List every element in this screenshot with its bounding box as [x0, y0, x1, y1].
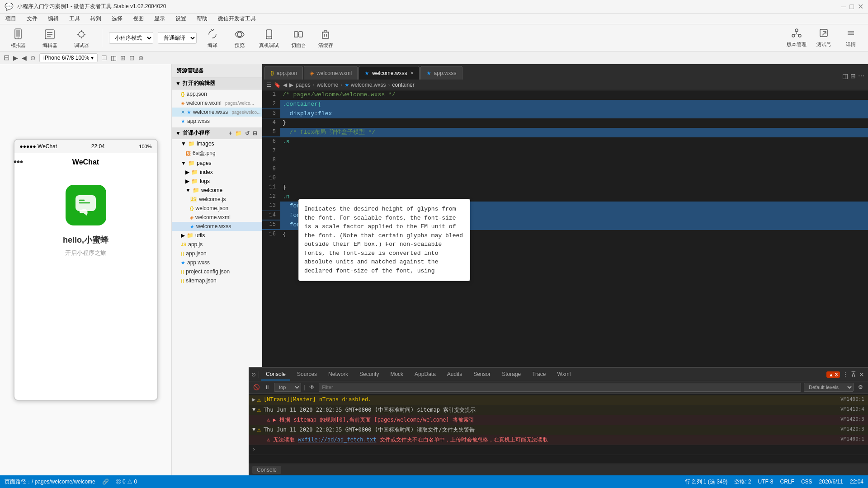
folder-index[interactable]: ▶ 📁 index: [172, 168, 262, 177]
preview-button[interactable]: 预览: [228, 26, 251, 50]
console-file-1[interactable]: VM1400:1: [840, 396, 864, 402]
open-file-appwxss[interactable]: ★ app.wxss: [172, 117, 262, 126]
detail-button[interactable]: 详情: [838, 26, 863, 50]
breadcrumb-bookmark-icon[interactable]: 🔖: [274, 82, 281, 88]
collapse-tree-icon[interactable]: ⊟: [252, 130, 258, 136]
console-pause-icon[interactable]: ⏸: [263, 383, 271, 391]
tab-welcomewxml[interactable]: ◈ welcome.wxml: [304, 66, 358, 80]
tab-security[interactable]: Security: [355, 369, 383, 380]
status-line-col[interactable]: 行 2,列 1 (选 349): [685, 478, 727, 486]
breadcrumb-welcome[interactable]: welcome: [317, 82, 338, 88]
folder-logs[interactable]: ▶ 📁 logs: [172, 177, 262, 186]
breadcrumb-container[interactable]: container: [392, 82, 414, 88]
tab-audits[interactable]: Audits: [443, 369, 467, 380]
maximize-button[interactable]: □: [849, 3, 854, 11]
file-appwxss-tree[interactable]: ★ app.wxss: [172, 258, 262, 267]
breadcrumb-pages[interactable]: pages: [296, 82, 311, 88]
menu-item-edit[interactable]: 编辑: [46, 14, 61, 23]
realtest-button[interactable]: 真机调试: [255, 26, 283, 50]
editor-button[interactable]: 编辑器: [36, 26, 63, 50]
device-rotate-button[interactable]: ⊟: [4, 53, 9, 62]
new-folder-icon[interactable]: 📁: [234, 130, 243, 136]
tab-mock[interactable]: Mock: [386, 369, 408, 380]
switchboard-button[interactable]: 切面台: [287, 26, 310, 50]
console-eye-icon[interactable]: 👁: [308, 383, 316, 391]
tab-console[interactable]: Console: [262, 369, 290, 380]
menu-item-settings[interactable]: 设置: [174, 14, 188, 23]
menu-item-display[interactable]: 显示: [152, 14, 167, 23]
device-back-button[interactable]: ◀: [22, 54, 27, 61]
tab-storage[interactable]: Storage: [497, 369, 525, 380]
console-top-select[interactable]: top: [274, 383, 301, 392]
tab-close-icon[interactable]: ✕: [410, 70, 414, 75]
menu-item-project[interactable]: 项目: [4, 14, 18, 23]
device-extra-button[interactable]: ⊕: [138, 54, 144, 61]
device-more-button[interactable]: ⊡: [129, 54, 135, 61]
device-select[interactable]: iPhone 6/7/8 100% ▾: [39, 53, 98, 62]
menu-item-wechat[interactable]: 微信开发者工具: [216, 14, 258, 23]
tab-wxml[interactable]: Wxml: [552, 369, 575, 380]
open-file-appjson[interactable]: {} app.json: [172, 89, 262, 99]
minimize-button[interactable]: ─: [841, 3, 846, 11]
breadcrumb-back-icon[interactable]: ◀: [283, 82, 287, 88]
open-file-welcomewxml[interactable]: ◈ welcome.wxml pages/welco...: [172, 99, 262, 108]
file-sitemap[interactable]: {} sitemap.json: [172, 276, 262, 285]
console-file-3[interactable]: VM1420:3: [840, 426, 864, 432]
console-file-2[interactable]: VM1419:4: [840, 406, 864, 412]
project-section[interactable]: ▼ 首课小程序 + 📁 ↺ ⊟: [172, 127, 262, 139]
file-welcomewxss-tree[interactable]: ★ welcome.wxss: [172, 222, 262, 231]
open-editors-section[interactable]: ▼ 打开的编辑器: [172, 78, 262, 89]
file-link[interactable]: wxfile://ad/ad_fetch.txt: [298, 436, 376, 443]
new-file-icon[interactable]: +: [228, 130, 233, 136]
tab-network[interactable]: Network: [324, 369, 353, 380]
compile-select[interactable]: 普通编译: [158, 32, 197, 44]
split-left-icon[interactable]: ◫: [842, 72, 848, 80]
file-projectconfig[interactable]: {} project.config.json: [172, 267, 262, 276]
menu-item-tools[interactable]: 工具: [67, 14, 82, 23]
folder-utils[interactable]: ▶ 📁 utils: [172, 231, 262, 240]
menu-item-view[interactable]: 视图: [131, 14, 146, 23]
debugger-button[interactable]: 调试器: [68, 26, 95, 50]
device-network-button[interactable]: ⊞: [120, 54, 126, 61]
device-play-button[interactable]: ▶: [13, 54, 18, 61]
status-spaces[interactable]: 空格: 2: [734, 478, 751, 486]
tab-appwxss[interactable]: ★ app.wxss: [420, 66, 462, 80]
folder-images[interactable]: ▼ 📁 images: [172, 139, 262, 148]
testno-button[interactable]: 测试号: [811, 26, 836, 50]
bottom-console-label[interactable]: Console: [262, 466, 281, 474]
breadcrumb-fold-icon[interactable]: ☰: [267, 82, 272, 88]
device-sound-button[interactable]: ◫: [111, 54, 117, 61]
versionmgr-button[interactable]: 版本管理: [784, 26, 809, 50]
console-filter-input[interactable]: [319, 383, 801, 392]
folder-pages[interactable]: ▼ 📁 pages: [172, 159, 262, 168]
tab-sources[interactable]: Sources: [292, 369, 321, 380]
more-tabs-icon[interactable]: ⋯: [858, 72, 864, 80]
menu-item-select[interactable]: 选择: [110, 14, 124, 23]
tab-sensor[interactable]: Sensor: [469, 369, 495, 380]
file-welcomewxml[interactable]: ◈ welcome.wxml: [172, 213, 262, 222]
status-errors[interactable]: ⓪ 0 △ 0: [116, 478, 137, 486]
device-screen-button[interactable]: ☐: [101, 54, 107, 61]
close-button[interactable]: ✕: [858, 2, 863, 11]
console-file-2sub[interactable]: VM1420:3: [840, 416, 864, 422]
split-right-icon[interactable]: ⊞: [850, 72, 856, 80]
tab-welcomewxss[interactable]: ★ welcome.wxss ✕: [359, 66, 419, 80]
open-file-welcomewxss[interactable]: ✕ ★ welcome.wxss pages/welco...: [172, 108, 262, 117]
file-appjson[interactable]: {} app.json: [172, 249, 262, 258]
refresh-tree-icon[interactable]: ↺: [244, 130, 250, 136]
status-line-ending[interactable]: CRLF: [780, 478, 794, 486]
folder-welcome[interactable]: ▼ 📁 welcome: [172, 186, 262, 195]
file-6si[interactable]: 🖼 6si盒.png: [172, 148, 262, 159]
mode-select[interactable]: 小程序模式: [109, 32, 153, 44]
status-lang[interactable]: CSS: [801, 478, 812, 486]
menu-item-file[interactable]: 文件: [25, 14, 39, 23]
tab-appjson[interactable]: {} app.json: [264, 66, 303, 80]
tab-appdata[interactable]: AppData: [410, 369, 440, 380]
menu-item-help[interactable]: 帮助: [195, 14, 209, 23]
console-settings-icon[interactable]: ⚙: [856, 383, 864, 391]
bottom-close-icon[interactable]: ✕: [859, 371, 864, 378]
status-path[interactable]: 页面路径：/ pages/welcome/welcome: [5, 478, 95, 486]
bottom-collapse-icon[interactable]: ⊼: [851, 370, 856, 379]
console-file-3sub[interactable]: VM1400:1: [840, 436, 864, 442]
console-input[interactable]: [262, 446, 864, 452]
